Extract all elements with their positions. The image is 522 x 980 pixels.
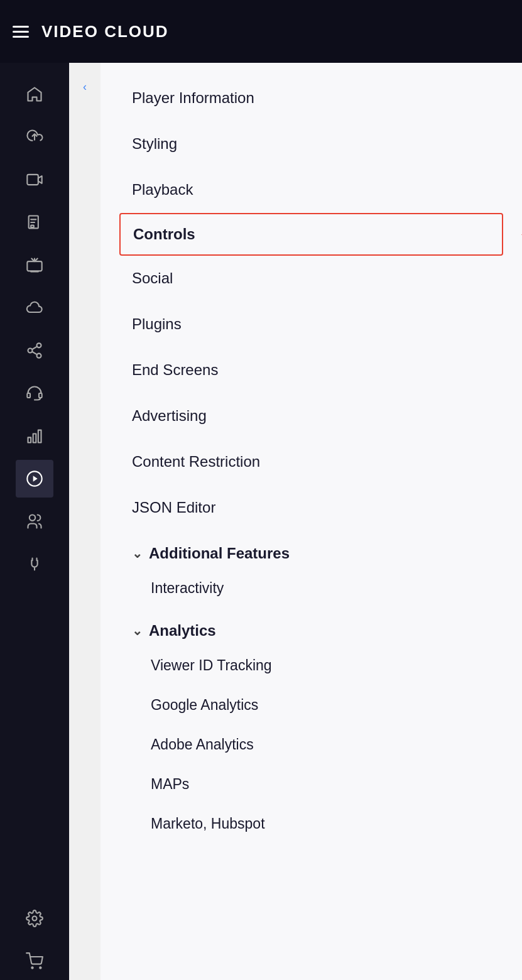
menu-item-plugins[interactable]: Plugins — [119, 302, 503, 347]
svg-point-17 — [33, 917, 37, 921]
menu-item-styling[interactable]: Styling — [119, 121, 503, 167]
menu-item-playback[interactable]: Playback — [119, 167, 503, 213]
menu-item-controls-wrapper: Controls — [119, 213, 503, 256]
icon-sidebar: Back to Players — [0, 63, 69, 980]
additional-features-chevron: ⌄ — [132, 546, 143, 561]
analytics-chevron: ⌄ — [132, 623, 143, 638]
secondary-sidebar: ‹ — [69, 63, 101, 980]
sub-item-google-analytics[interactable]: Google Analytics — [119, 685, 503, 725]
menu-item-end-screens[interactable]: End Screens — [119, 347, 503, 393]
svg-rect-11 — [38, 430, 41, 443]
menu-item-controls[interactable]: Controls — [119, 213, 503, 256]
sub-item-marketo-hubspot[interactable]: Marketo, Hubspot — [119, 804, 503, 844]
menu-item-social[interactable]: Social — [119, 256, 503, 302]
section-additional-features[interactable]: ⌄ Additional Features — [119, 531, 503, 569]
back-chevron-button[interactable]: ‹ — [73, 75, 96, 98]
menu-item-json-editor[interactable]: JSON Editor — [119, 485, 503, 531]
sub-item-maps[interactable]: MAPs — [119, 765, 503, 804]
svg-marker-13 — [33, 476, 38, 481]
header: VIDEO CLOUD — [0, 0, 522, 63]
sub-item-interactivity[interactable]: Interactivity — [119, 569, 503, 608]
back-to-players-container: Back to Players — [0, 63, 31, 980]
content-panel: Player Information Styling Playback Cont… — [101, 63, 522, 980]
menu-item-content-restriction[interactable]: Content Restriction — [119, 439, 503, 485]
svg-point-19 — [40, 967, 41, 968]
additional-features-label: Additional Features — [149, 545, 290, 562]
menu-item-advertising[interactable]: Advertising — [119, 393, 503, 439]
hamburger-button[interactable] — [13, 26, 29, 38]
back-to-players-label[interactable]: Back to Players — [30, 486, 31, 557]
svg-rect-10 — [33, 434, 36, 443]
app-title: VIDEO CLOUD — [41, 22, 169, 41]
section-analytics[interactable]: ⌄ Analytics — [119, 608, 503, 646]
main-area: Back to Players ‹ Player Information Sty… — [0, 63, 522, 980]
sub-item-viewer-id-tracking[interactable]: Viewer ID Tracking — [119, 646, 503, 685]
sub-item-adobe-analytics[interactable]: Adobe Analytics — [119, 725, 503, 765]
menu-item-player-information[interactable]: Player Information — [119, 75, 503, 121]
analytics-label: Analytics — [149, 622, 216, 640]
svg-point-18 — [31, 967, 33, 968]
